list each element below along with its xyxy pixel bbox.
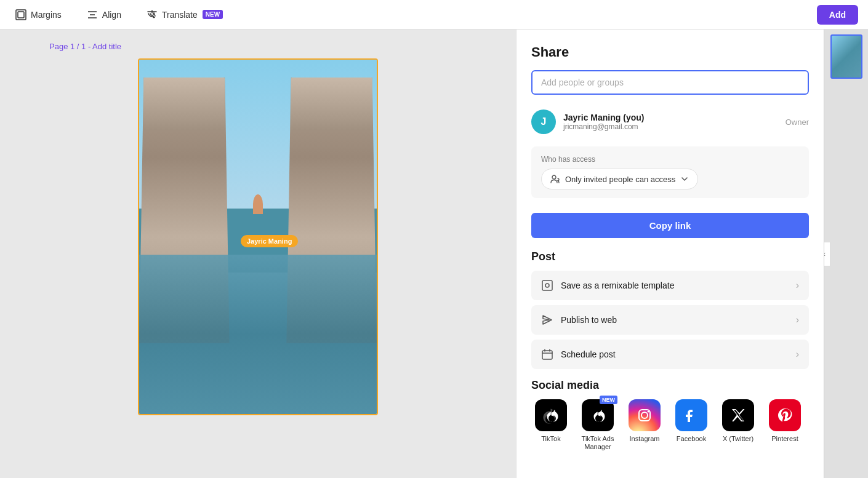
align-label: Align [102, 10, 121, 20]
twitter-label: X (Twitter) [723, 435, 753, 443]
save-template-label: Save as a remixable template [561, 281, 674, 290]
save-template-option[interactable]: Save as a remixable template › [531, 271, 809, 300]
instagram-icon [629, 399, 661, 431]
add-button[interactable]: Add [817, 5, 858, 25]
chevron-right-icon: › [796, 280, 799, 291]
social-grid: TikTok NEW TikTok Ads Manager [531, 399, 809, 451]
chevron-right-icon-3: › [796, 349, 799, 360]
social-section-title: Social media [531, 379, 809, 392]
margins-icon [15, 9, 27, 21]
schedule-icon [541, 348, 553, 360]
access-dropdown[interactable]: Only invited people can access [541, 169, 698, 189]
svg-point-10 [641, 412, 648, 418]
align-icon [86, 9, 98, 21]
access-label: Who has access [541, 155, 799, 164]
canvas-area: Page 1 / 1 - Add title Jayric Maning [0, 30, 516, 478]
collapse-panel-button[interactable]: ‹ [824, 242, 830, 266]
translate-button[interactable]: Translate NEW [141, 6, 228, 23]
margins-button[interactable]: Margins [10, 6, 66, 23]
translate-label: Translate [162, 10, 198, 20]
svg-rect-6 [542, 281, 552, 290]
access-option-label: Only invited people can access [565, 175, 675, 184]
canvas-background: Jayric Maning [139, 60, 377, 414]
translate-icon [146, 9, 158, 21]
toolbar-right: Add [817, 5, 858, 25]
publish-icon [541, 314, 553, 326]
chevron-down-icon [680, 175, 689, 183]
twitter-icon [722, 399, 754, 431]
share-title: Share [531, 44, 809, 60]
pinterest-label: Pinterest [771, 435, 798, 443]
toolbar: Margins Align Translate NEW Add [0, 0, 868, 30]
social-item-twitter[interactable]: X (Twitter) [718, 399, 758, 443]
publish-web-label: Publish to web [561, 315, 617, 325]
user-row: J Jayric Maning (you) jricmaning@gmail.c… [531, 105, 809, 139]
align-button[interactable]: Align [81, 6, 126, 23]
avatar: J [531, 110, 556, 134]
chevron-right-icon-2: › [796, 314, 799, 325]
instagram-label: Instagram [630, 435, 660, 443]
main-content: Page 1 / 1 - Add title Jayric Maning [0, 30, 868, 478]
social-item-tiktok[interactable]: TikTok [531, 399, 571, 443]
tiktok-label: TikTok [541, 435, 560, 443]
water-reflection [139, 255, 377, 414]
schedule-post-label: Schedule post [561, 349, 616, 359]
publish-web-option[interactable]: Publish to web › [531, 305, 809, 335]
facebook-label: Facebook [677, 435, 706, 443]
user-name: Jayric Maning (you) [563, 113, 778, 122]
svg-point-11 [648, 411, 649, 413]
access-box: Who has access Only invited people can a… [531, 146, 809, 198]
thumbnail-strip: ‹ [824, 30, 868, 478]
canvas-page: Jayric Maning [138, 58, 378, 415]
tiktok-ads-new-badge: NEW [600, 396, 617, 404]
tiktok-ads-label: TikTok Ads Manager [578, 435, 617, 451]
svg-rect-1 [18, 12, 24, 18]
facebook-icon [675, 399, 707, 431]
social-item-instagram[interactable]: Instagram [625, 399, 664, 443]
page-thumbnail-1[interactable] [830, 34, 862, 79]
name-tag: Jayric Maning [241, 235, 298, 247]
people-icon [550, 174, 560, 184]
person-figure [253, 194, 263, 214]
user-email: jricmaning@gmail.com [563, 122, 778, 131]
user-info: Jayric Maning (you) jricmaning@gmail.com [563, 113, 778, 131]
svg-point-5 [552, 175, 556, 179]
social-item-pinterest[interactable]: Pinterest [765, 399, 805, 443]
svg-point-7 [545, 284, 549, 287]
template-icon [541, 279, 553, 292]
svg-rect-8 [542, 351, 552, 359]
margins-label: Margins [31, 10, 62, 20]
social-item-tiktok-ads[interactable]: NEW TikTok Ads Manager [578, 399, 617, 451]
add-title-link[interactable]: Add title [92, 42, 121, 51]
translate-new-badge: NEW [203, 10, 223, 19]
post-section-title: Post [531, 250, 809, 263]
pinterest-icon [769, 399, 801, 431]
add-people-input[interactable] [531, 70, 809, 95]
copy-link-button[interactable]: Copy link [531, 213, 809, 238]
social-item-facebook[interactable]: Facebook [672, 399, 711, 443]
share-panel: Share J Jayric Maning (you) jricmaning@g… [516, 30, 824, 478]
tiktok-icon [535, 399, 567, 431]
page-label: Page 1 / 1 - Add title [49, 42, 121, 51]
schedule-post-option[interactable]: Schedule post › [531, 340, 809, 369]
user-role: Owner [786, 118, 809, 127]
